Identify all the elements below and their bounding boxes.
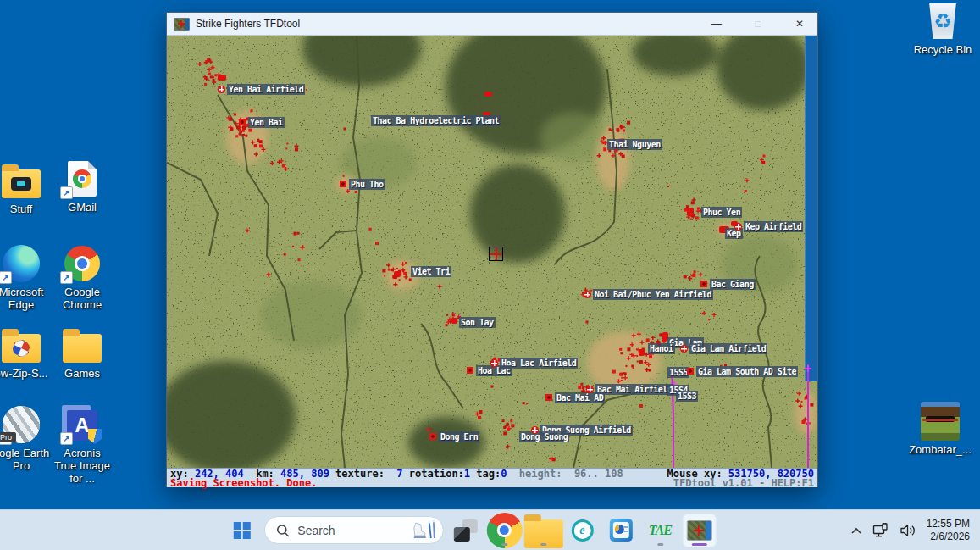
taskbar-chrome[interactable] [487, 514, 521, 547]
desktop-icon-label: GMail [68, 201, 97, 214]
map-label-gia-lam-south-ad-site: Gia Lam South AD Site [696, 366, 798, 377]
map-label-yen-bai: Yen Bai [248, 117, 285, 128]
taskbar-file-explorer[interactable] [526, 514, 560, 547]
acronis-icon: A↗ [62, 405, 102, 444]
window-app-icon [174, 18, 190, 31]
taskbar-widgets[interactable] [604, 514, 638, 547]
app-indicator [657, 543, 663, 546]
app-indicator [501, 543, 507, 546]
map-label-dong-suong: Dong Suong [519, 431, 569, 442]
chrome-icon: ↗ [62, 244, 102, 283]
start-button[interactable] [224, 514, 258, 547]
site-marker-icon [340, 181, 346, 187]
search-daily-image [408, 519, 437, 542]
airfield-marker-icon [680, 345, 688, 353]
status-bar: xy: 242, 404 km: 485, 809 texture: 7 rot… [167, 468, 817, 487]
search-icon [275, 524, 289, 537]
desktop-icon-gmail[interactable]: ↗GMail [53, 159, 112, 214]
desktop-icon-google-chrome[interactable]: ↗Google Chrome [53, 244, 112, 311]
maptool-icon [686, 520, 711, 541]
taskbar: Search eTAE [0, 509, 980, 550]
status-seg-alert: Saving Screenshot. Done. [170, 477, 317, 489]
airfield-marker-icon [586, 386, 594, 393]
recycle-icon: ♻ [922, 2, 963, 41]
window-titlebar[interactable]: Strike Fighters TFDtool — □ ✕ [167, 13, 817, 36]
desktop-icon-label: oogle Earth Pro [0, 447, 51, 472]
desktop-icon-label: ew-Zip-S... [0, 367, 47, 380]
shortcut-arrow-icon: ↗ [60, 186, 73, 199]
status-message: Saving Screenshot. Done. [170, 479, 317, 488]
site-marker-icon [467, 367, 473, 374]
map-label-thac-ba-hydroelectric-plant: Thac Ba Hydroelectric Plant [371, 115, 501, 126]
folder-zip-icon [1, 325, 42, 364]
clock-time: 12:55 PM [927, 518, 970, 531]
status-seg-label: tag: [470, 468, 501, 480]
gmail-icon: ↗ [62, 159, 102, 198]
status-seg-label: texture: [329, 468, 396, 480]
desktop-icon-stuff[interactable]: Stuff [0, 161, 51, 215]
desktop-icon-microsoft-edge[interactable]: ↗Microsoft Edge [0, 244, 51, 311]
map-label-son-tay: Son Tay [459, 317, 496, 328]
map-selection-cursor[interactable] [489, 247, 503, 261]
folder-stuff-icon [1, 161, 42, 200]
desktop-icon-games[interactable]: Games [53, 325, 112, 380]
volume-icon[interactable] [900, 524, 916, 537]
minimize-button[interactable]: — [699, 14, 734, 35]
map-label-bac-mai-ad: Bac Mai AD [555, 392, 605, 403]
status-seg-label: rotation: [403, 468, 464, 480]
taskbar-task-view[interactable] [448, 514, 482, 547]
search-placeholder: Search [297, 524, 400, 537]
window-title: Strike Fighters TFDtool [196, 18, 300, 30]
taskbar-eset[interactable]: e [565, 514, 599, 547]
shortcut-arrow-icon: ↗ [60, 271, 73, 284]
widgets-icon [610, 519, 633, 542]
taskbar-tae[interactable]: TAE [643, 514, 677, 547]
screen: { "desktop": { "background_color": "#006… [0, 0, 980, 550]
map-label-phu-tho: Phu Tho [349, 179, 385, 190]
map-label-dong-ern: Dong Ern [439, 431, 479, 442]
map-label-hanoi: Hanoi [648, 343, 675, 354]
map-label-bac-mai-airfield: Bac Mai Airfield [595, 384, 673, 395]
clock-date: 2/6/2026 [930, 531, 970, 543]
desktop-icon-recycle-bin[interactable]: ♻Recycle Bin [913, 2, 972, 56]
network-icon[interactable] [872, 523, 889, 538]
shortcut-arrow-icon: ↗ [0, 271, 12, 284]
folder-icon [62, 325, 102, 364]
desktop-icon-ew-zip-s[interactable]: ew-Zip-S... [0, 325, 51, 380]
eset-icon: e [571, 519, 593, 542]
airfield-marker-icon [531, 426, 539, 434]
tae-icon: TAE [649, 523, 672, 538]
desktop-icon-label: Zombatar_... [909, 443, 972, 456]
map-viewport[interactable]: Yen Bai AirfieldYen BaiThac Ba Hydroelec… [167, 36, 817, 468]
site-marker-icon [687, 368, 694, 375]
desktop-icon-label: Acronis True Image for ... [53, 447, 112, 485]
desktop-icon-label: Recycle Bin [914, 43, 972, 56]
map-label-noi-bai-phuc-yen-airfield: Noi Bai/Phuc Yen Airfield [593, 289, 713, 300]
close-button[interactable]: ✕ [782, 14, 817, 35]
earth-icon: Pro↗ [1, 405, 42, 444]
search-input[interactable]: Search [263, 516, 443, 544]
airfield-marker-icon [734, 223, 742, 231]
map-label-kep-airfield: Kep Airfield [744, 221, 803, 232]
tray-expand-icon[interactable] [850, 526, 862, 535]
map-label-thai-nguyen: Thai Nguyen [607, 139, 662, 150]
app-indicator [540, 543, 546, 546]
desktop-icon-acronis-true-image-for[interactable]: A↗Acronis True Image for ... [53, 405, 112, 485]
taskview-icon [453, 519, 477, 542]
taskbar-tfdtool[interactable] [682, 514, 716, 547]
map-label-phuc-yen: Phuc Yen [701, 207, 742, 218]
desktop-icon-oogle-earth-pro[interactable]: Pro↗oogle Earth Pro [0, 405, 51, 472]
site-marker-icon [700, 281, 707, 287]
map-label-yen-bai-airfield: Yen Bai Airfield [227, 84, 305, 95]
desktop-icon-label: Stuff [10, 203, 33, 215]
desktop-icon-zombatar[interactable]: Zombatar_... [911, 402, 970, 456]
maximize-button[interactable]: □ [740, 14, 776, 35]
desktop-icon-label: Games [64, 367, 100, 380]
desktop-icon-label: Google Chrome [53, 286, 112, 311]
status-seg-value: 1 [464, 468, 470, 480]
taskbar-clock[interactable]: 12:55 PM 2/6/2026 [927, 518, 970, 543]
site-marker-icon [429, 433, 436, 440]
site-marker-icon [545, 394, 552, 401]
map-label-gia-lam-airfield: Gia Lam Airfield [689, 343, 767, 354]
status-seg-muted: height: 96.. 108 [507, 468, 623, 480]
